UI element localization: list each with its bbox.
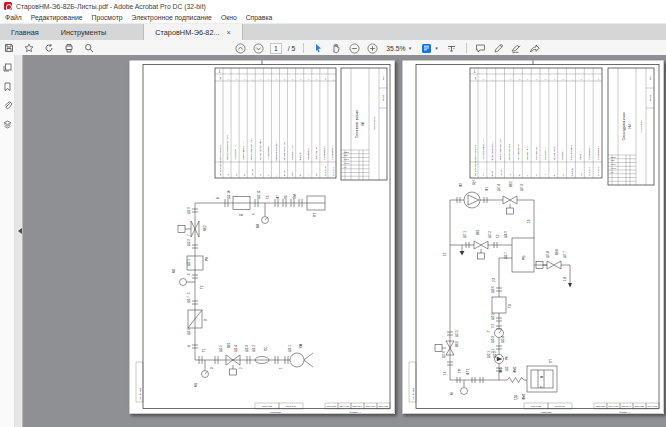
signature-icon[interactable] — [511, 42, 523, 54]
zoom-in-icon[interactable] — [366, 42, 378, 54]
svg-text:Регулятор давления РДВ-3: Регулятор давления РДВ-3 — [259, 139, 261, 160]
svg-text:Ш2.2: Ш2.2 — [187, 239, 191, 246]
save-icon[interactable] — [3, 42, 15, 54]
menu-item-6[interactable]: Справка — [246, 14, 273, 21]
toolbar-divider — [466, 43, 467, 53]
attachments-icon[interactable] — [2, 100, 12, 110]
tab-close-icon[interactable]: × — [227, 28, 231, 37]
svg-text:Ш1.6: Ш1.6 — [187, 328, 191, 335]
print-icon[interactable] — [63, 42, 75, 54]
pane-splitter[interactable] — [15, 55, 23, 427]
menu-item-3[interactable]: Просмотр — [92, 14, 123, 21]
zoom-out-icon[interactable] — [348, 42, 360, 54]
pdf-page-2[interactable]: Поз. обозначениеНаименованиеКол.Прим.ЦНН… — [402, 60, 664, 414]
tab-document[interactable]: СтаровНМ-Э6-82... × — [143, 24, 243, 40]
svg-text:Ш7.6: Ш7.6 — [442, 351, 446, 358]
svg-text:8: 8 — [216, 197, 220, 199]
page-thumbnails-icon[interactable] — [2, 62, 12, 72]
svg-text:Т3: Т3 — [266, 195, 270, 199]
svg-text:2.3: 2.3 — [492, 277, 496, 282]
tab-home[interactable]: Главная — [0, 24, 50, 40]
svg-text:Гидропанель ГП-1: Гидропанель ГП-1 — [544, 146, 546, 160]
svg-text:М1-М3: М1-М3 — [283, 171, 285, 177]
page-canvas[interactable]: Поз. обозначениеНаименованиеКол.Прим.КМК… — [23, 55, 666, 427]
menu-item-4[interactable]: Электронное подписание — [132, 14, 212, 21]
svg-text:1: 1 — [315, 79, 317, 81]
svg-text:Ш2.1-Ш2.7: Ш2.1-Ш2.7 — [588, 167, 590, 176]
svg-text:Поз. обозначение: Поз. обозначение — [474, 159, 476, 176]
svg-text:Инв. № подл.: Инв. № подл. — [139, 387, 141, 400]
menu-item-5[interactable]: Окно — [221, 14, 237, 21]
collapse-pane-icon[interactable] — [15, 228, 22, 234]
svg-text:Инв. № дубл.: Инв. № дубл. — [555, 405, 566, 407]
svg-text:1: 1 — [482, 79, 484, 81]
svg-text:Лист: Лист — [649, 76, 651, 80]
search-icon[interactable] — [83, 42, 95, 54]
svg-text:Ш2.1-Ш2.2: Ш2.1-Ш2.2 — [332, 167, 334, 176]
svg-text:11: 11 — [324, 78, 326, 81]
svg-text:НМ: НМ — [361, 122, 365, 126]
previous-page-icon[interactable] — [234, 42, 246, 54]
parts-table: Поз. обозначениеНаименованиеКол.Прим.ЦНН… — [470, 68, 602, 178]
svg-text:Подп. и дата: Подп. и дата — [262, 405, 272, 407]
svg-text:Н.контр.: Н.контр. — [611, 168, 617, 169]
frame-footer: Подп. и датаИнв. № дубл.Подп. и датаИнв.… — [409, 362, 659, 413]
svg-text:Ш1.1: Ш1.1 — [288, 345, 292, 352]
bookmarks-icon[interactable] — [2, 81, 12, 91]
svg-text:ВЕ1,ВЕ2: ВЕ1,ВЕ2 — [251, 169, 254, 177]
svg-text:Ш1.2: Ш1.2 — [252, 345, 256, 352]
svg-text:Н.контр.: Н.контр. — [344, 163, 350, 164]
svg-text:М: М — [450, 392, 454, 395]
svg-text:Р0: Р0 — [535, 174, 537, 176]
menu-item-1[interactable]: Файл — [5, 14, 22, 21]
svg-text:ПС: ПС — [243, 173, 245, 176]
next-page-icon[interactable] — [252, 42, 264, 54]
svg-text:П: П — [204, 319, 208, 321]
svg-text:М: М — [553, 175, 555, 177]
svg-text:РН: РН — [205, 257, 209, 261]
svg-text:1: 1 — [307, 79, 309, 81]
svg-text:Вентиль электромагн. ВЭ-10: Вентиль электромагн. ВЭ-10 — [250, 138, 252, 161]
pdf-page-1[interactable]: Поз. обозначениеНаименованиеКол.Прим.КМК… — [129, 60, 395, 414]
favorites-star-icon[interactable] — [23, 42, 35, 54]
svg-text:М1: М1 — [194, 383, 198, 387]
hand-tool-icon[interactable] — [330, 42, 342, 54]
share-review-icon[interactable] — [43, 42, 55, 54]
comment-icon[interactable] — [475, 42, 487, 54]
page-display-select[interactable]: ▾ — [419, 43, 440, 54]
zoom-level-select[interactable]: 35.5% ▾ — [384, 45, 413, 52]
svg-text:Ш2.1: Ш2.1 — [487, 351, 491, 358]
svg-text:ФМ2: ФМ2 — [513, 366, 517, 373]
svg-text:Д: Д — [275, 175, 277, 177]
page-number-input[interactable]: 1 — [270, 43, 282, 54]
schematic-labels: Ш1.1КМ1ПСШ1.2Ш1.32Ш1.4ВЕ1Ш1.53Т1М14Ш1.6П… — [172, 190, 317, 387]
svg-text:Манометр МО-250 ГОСТ: Манометр МО-250 ГОСТ — [283, 141, 285, 160]
svg-text:А: А — [540, 376, 544, 378]
svg-text:Подп. и дата: Подп. и дата — [531, 405, 541, 407]
svg-text:1: 1 — [580, 79, 582, 81]
svg-text:Подп. и дата: Подп. и дата — [366, 406, 376, 407]
menu-item-2[interactable]: Редактирование — [31, 14, 83, 21]
stamp-tool-icon[interactable] — [446, 42, 458, 54]
layers-icon[interactable] — [2, 119, 12, 129]
svg-text:Т2: Т2 — [200, 285, 204, 289]
svg-text:Инв. № подл.: Инв. № подл. — [412, 387, 414, 400]
svg-text:3: 3 — [283, 79, 285, 81]
tab-tools[interactable]: Инструменты — [50, 24, 118, 40]
svg-text:Т.контр.: Т.контр. — [344, 159, 350, 160]
svg-text:Инв. № подл.: Инв. № подл. — [648, 405, 658, 407]
svg-text:2: 2 — [251, 79, 253, 81]
select-tool-icon[interactable] — [312, 42, 324, 54]
svg-text:Т: Т — [487, 330, 491, 332]
svg-text:1: 1 — [235, 79, 237, 81]
svg-text:Д: Д — [239, 214, 243, 216]
share-send-icon[interactable] — [529, 42, 541, 54]
fill-sign-pencil-icon[interactable] — [493, 42, 505, 54]
svg-text:Подп. и дата: Подп. и дата — [327, 406, 337, 407]
svg-text:Прим.: Прим. — [473, 68, 475, 74]
acrobat-window: СтаровНМ-Э6-82Б-Листы.pdf - Adobe Acroba… — [0, 0, 666, 427]
document-area: Поз. обозначениеНаименованиеКол.Прим.КМК… — [0, 55, 666, 427]
svg-text:Копировал: Копировал — [270, 411, 282, 413]
svg-text:НМ: НМ — [628, 124, 632, 128]
svg-text:Ф7: Ф7 — [276, 195, 280, 199]
